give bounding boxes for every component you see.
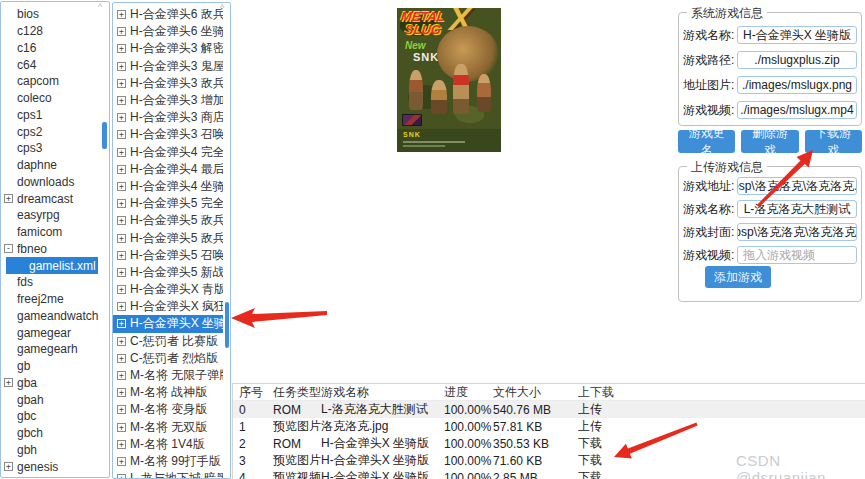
tree-expander-icon[interactable]: + — [117, 216, 126, 225]
tree-expander-icon[interactable]: + — [117, 148, 126, 157]
tree-expander-icon[interactable]: + — [117, 285, 126, 294]
tree-expander-icon[interactable]: + — [117, 182, 126, 191]
tree-expander-icon[interactable]: + — [117, 354, 126, 363]
game-list-item[interactable]: + C-惩罚者 比赛版 — [113, 333, 223, 350]
sidebar-item[interactable]: + gba — [1, 375, 109, 392]
game-list-item[interactable]: + H-合金弹头5 完全解 — [113, 195, 223, 212]
game-list-item[interactable]: + H-合金弹头3 敌兵量 — [113, 75, 223, 92]
sidebar-item[interactable]: c128 — [1, 23, 109, 40]
sidebar-item[interactable]: gbh — [1, 442, 109, 459]
game-list-item[interactable]: + H-合金弹头4 完全解 — [113, 144, 223, 161]
game-list-scroll-up-icon[interactable]: ^ — [220, 3, 224, 13]
tree-expander-icon[interactable]: + — [117, 440, 126, 449]
system-action-button[interactable]: 游戏更名 — [678, 130, 735, 153]
tree-expander-icon[interactable]: + — [117, 251, 126, 260]
game-list-item[interactable]: + L-龙与地下城 暗黑殿 — [113, 470, 223, 479]
sidebar-item[interactable]: c16 — [1, 40, 109, 57]
tree-expander-icon[interactable]: + — [4, 194, 13, 203]
tree-expander-icon[interactable]: - — [4, 244, 13, 253]
game-list-item[interactable]: + M-名将 无双版 — [113, 419, 223, 436]
field-input[interactable]: G:\psp\洛克洛克\洛克洛克.ISO — [737, 177, 857, 195]
sidebar-item[interactable]: cps2 — [1, 123, 109, 140]
tree-expander-icon[interactable]: + — [117, 388, 126, 397]
field-input[interactable]: ./mslugxplus.zip — [737, 51, 857, 69]
tree-expander-icon[interactable]: + — [117, 268, 126, 277]
game-list-item[interactable]: + H-合金弹头3 解密版 — [113, 40, 223, 57]
game-list-item[interactable]: + H-合金弹头5 敌兵量 — [113, 229, 223, 246]
tree-expander-icon[interactable]: + — [4, 378, 13, 387]
field-input[interactable]: ./images/mslugx.mp4 — [737, 101, 857, 119]
tree-expander-icon[interactable]: + — [117, 44, 126, 53]
game-list-scrollbar-thumb[interactable] — [225, 302, 229, 348]
tree-expander-icon[interactable]: + — [117, 79, 126, 88]
sidebar-item[interactable]: daphne — [1, 157, 109, 174]
sidebar-item[interactable]: coleco — [1, 90, 109, 107]
tree-expander-icon[interactable]: + — [117, 234, 126, 243]
tree-expander-icon[interactable]: + — [117, 165, 126, 174]
game-list-item[interactable]: + H-合金弹头5 敌兵加 — [113, 212, 223, 229]
tree-expander-icon[interactable]: + — [117, 130, 126, 139]
game-list-item[interactable]: + H-合金弹头6 敌兵量 — [113, 6, 223, 23]
field-input[interactable]: L-洛克洛克大胜测试 — [737, 200, 857, 218]
transfer-table-row[interactable]: 2 ROM H-合金弹头X 坐骑版 100.00% 350.53 KB 下载 — [233, 435, 865, 452]
sidebar-item[interactable]: famicom — [1, 224, 109, 241]
game-list-item[interactable]: + H-合金弹头4 最后的 — [113, 161, 223, 178]
tree-expander-icon[interactable]: + — [117, 371, 126, 380]
tree-expander-icon[interactable]: + — [117, 474, 126, 479]
add-game-button[interactable]: 添加游戏 — [705, 266, 771, 288]
sidebar-item[interactable]: c64 — [1, 56, 109, 73]
sidebar-item[interactable]: freej2me — [1, 291, 109, 308]
game-list-item[interactable]: + M-名将 1V4版 — [113, 436, 223, 453]
tree-expander-icon[interactable]: + — [117, 96, 126, 105]
game-list-item[interactable]: + H-合金弹头X 疯狂版 — [113, 298, 223, 315]
sidebar-item[interactable]: gamelist.xml — [6, 257, 98, 274]
tree-expander-icon[interactable]: + — [117, 457, 126, 466]
system-action-button[interactable]: 删除游戏 — [741, 130, 798, 153]
tree-expander-icon[interactable]: + — [117, 337, 126, 346]
game-list-item[interactable]: + H-合金弹头3 增加坦 — [113, 92, 223, 109]
tree-expander-icon[interactable]: + — [117, 423, 126, 432]
game-list-item[interactable]: + H-合金弹头4 坐骑加 — [113, 178, 223, 195]
sidebar-item[interactable]: easyrpg — [1, 207, 109, 224]
field-input[interactable]: ./images/mslugx.png — [737, 76, 857, 94]
sidebar-item[interactable]: + dreamcast — [1, 190, 109, 207]
game-list-item[interactable]: + M-名将 99打手版 — [113, 453, 223, 470]
tree-expander-icon[interactable]: + — [117, 302, 126, 311]
game-list-item[interactable]: + M-名将 战神版 — [113, 384, 223, 401]
sidebar-scrollbar-thumb[interactable] — [102, 122, 107, 149]
tree-expander-icon[interactable]: + — [4, 462, 13, 471]
sidebar-item[interactable]: cps3 — [1, 140, 109, 157]
game-list[interactable]: + H-合金弹头6 敌兵量 + H-合金弹头6 坐骑加 + H-合金弹头3 解密… — [112, 2, 231, 479]
sidebar-item[interactable]: + genesis — [1, 458, 109, 475]
sidebar-item[interactable]: gameandwatch — [1, 308, 109, 325]
system-action-button[interactable]: 下载游戏 — [805, 130, 862, 153]
sidebar-item[interactable]: - fbneo — [1, 241, 109, 258]
sidebar-scroll-up-icon[interactable]: ^ — [98, 2, 102, 12]
game-list-item[interactable]: + C-惩罚者 烈焰版 — [113, 350, 223, 367]
sidebar-item[interactable]: gbch — [1, 425, 109, 442]
tree-expander-icon[interactable]: + — [117, 113, 126, 122]
tree-expander-icon[interactable]: + — [117, 405, 126, 414]
tree-expander-icon[interactable]: + — [117, 199, 126, 208]
game-list-item[interactable]: + H-合金弹头X 青版 — [113, 281, 223, 298]
sidebar-item[interactable]: gbc — [1, 408, 109, 425]
game-list-item[interactable]: + H-合金弹头3 商店版 — [113, 109, 223, 126]
sidebar-item[interactable]: bios — [1, 6, 109, 23]
sidebar-item[interactable]: gamegearh — [1, 341, 109, 358]
field-input[interactable]: G:\psp\洛克洛克\洛克洛克.jpg — [737, 223, 857, 241]
sidebar-item[interactable]: gbah — [1, 391, 109, 408]
field-input[interactable]: 拖入游戏视频 — [737, 246, 857, 264]
sidebar-item[interactable]: cps1 — [1, 107, 109, 124]
system-folder-list[interactable]: bios c128 c16 c64 capcom coleco cps1 cps… — [0, 1, 110, 478]
transfer-table-row[interactable]: 0 ROM L-洛克洛克大胜测试 100.00% 540.76 MB 上传 — [233, 401, 865, 418]
game-list-item[interactable]: + M-名将 变身版 — [113, 401, 223, 418]
sidebar-item[interactable]: downloads — [1, 174, 109, 191]
sidebar-item[interactable]: gamegear — [1, 324, 109, 341]
game-list-item[interactable]: + H-合金弹头3 召唤坐 — [113, 126, 223, 143]
sidebar-item[interactable]: capcom — [1, 73, 109, 90]
tree-expander-icon[interactable]: + — [117, 27, 126, 36]
sidebar-item[interactable]: fds — [1, 274, 109, 291]
game-list-item[interactable]: + H-合金弹头X 坐骑版 — [113, 315, 223, 332]
tree-expander-icon[interactable]: + — [117, 62, 126, 71]
game-list-item[interactable]: + H-合金弹头5 新战役 — [113, 264, 223, 281]
